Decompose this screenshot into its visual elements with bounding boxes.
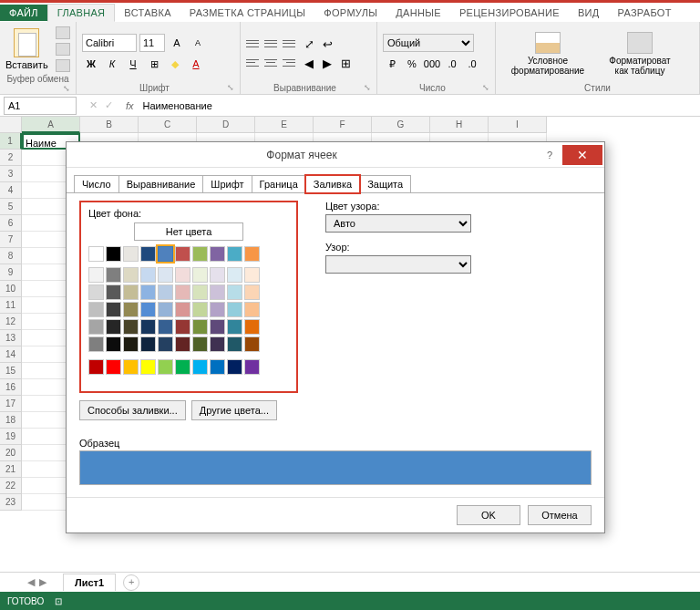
dialog-close-button[interactable]: ✕ (562, 145, 602, 165)
color-swatch[interactable] (158, 267, 173, 283)
color-swatch[interactable] (88, 302, 104, 317)
dialog-title-bar[interactable]: Формат ячеек ? ✕ (67, 142, 604, 168)
color-swatch[interactable] (192, 336, 208, 352)
color-swatch[interactable] (175, 246, 190, 262)
color-swatch[interactable] (88, 267, 104, 283)
color-swatch[interactable] (227, 319, 242, 335)
color-swatch[interactable] (244, 302, 260, 317)
color-swatch[interactable] (140, 359, 156, 375)
align-bottom-button[interactable] (283, 36, 299, 52)
color-swatch[interactable] (244, 284, 260, 300)
row-header[interactable]: 3 (0, 166, 22, 182)
color-swatch[interactable] (123, 284, 139, 300)
wrap-text-button[interactable]: ↩ (319, 36, 335, 52)
color-swatch[interactable] (123, 319, 139, 335)
cut-button[interactable] (56, 26, 70, 39)
color-swatch[interactable] (175, 284, 190, 300)
row-header[interactable]: 5 (0, 199, 22, 215)
align-top-button[interactable] (246, 36, 262, 52)
row-header[interactable]: 20 (0, 445, 22, 461)
tab-data[interactable]: ДАННЫЕ (386, 5, 450, 21)
color-swatch[interactable] (158, 302, 173, 317)
color-swatch[interactable] (244, 336, 260, 352)
color-swatch[interactable] (106, 267, 121, 283)
color-swatch[interactable] (158, 284, 173, 300)
row-header[interactable]: 8 (0, 248, 22, 264)
color-swatch[interactable] (192, 319, 208, 335)
ok-button[interactable]: OK (457, 505, 520, 525)
percent-button[interactable]: % (403, 55, 421, 73)
tab-insert[interactable]: ВСТАВКА (115, 5, 180, 21)
pattern-color-select[interactable]: Авто (325, 214, 471, 233)
color-swatch[interactable] (123, 359, 139, 375)
column-header[interactable]: H (430, 117, 489, 133)
row-header[interactable]: 18 (0, 412, 22, 429)
decrease-indent-button[interactable]: ◀ (301, 55, 317, 71)
color-swatch[interactable] (192, 284, 208, 300)
row-header[interactable]: 11 (0, 297, 22, 314)
color-swatch[interactable] (175, 267, 190, 283)
color-swatch[interactable] (227, 302, 242, 317)
color-swatch[interactable] (192, 246, 208, 262)
orientation-button[interactable]: ⤢ (301, 36, 317, 52)
row-header[interactable]: 6 (0, 215, 22, 232)
column-header[interactable]: D (197, 117, 255, 133)
color-swatch[interactable] (175, 359, 190, 375)
dialog-help-button[interactable]: ? (537, 150, 562, 160)
color-swatch[interactable] (210, 359, 225, 375)
row-header[interactable]: 10 (0, 281, 22, 297)
tab-file[interactable]: ФАЙЛ (0, 5, 47, 21)
color-swatch[interactable] (158, 359, 173, 375)
color-swatch[interactable] (227, 267, 242, 283)
color-swatch[interactable] (158, 319, 173, 335)
color-swatch[interactable] (210, 336, 225, 352)
copy-button[interactable] (56, 43, 70, 56)
align-left-button[interactable] (246, 55, 262, 71)
color-swatch[interactable] (88, 359, 104, 375)
color-swatch[interactable] (140, 336, 156, 352)
color-swatch[interactable] (106, 319, 121, 335)
row-header[interactable]: 17 (0, 396, 22, 412)
fill-effects-button[interactable]: Способы заливки... (79, 400, 186, 420)
color-swatch[interactable] (140, 246, 156, 262)
row-header[interactable]: 2 (0, 150, 22, 166)
color-swatch[interactable] (244, 319, 260, 335)
row-header[interactable]: 4 (0, 182, 22, 199)
color-swatch[interactable] (140, 284, 156, 300)
border-button[interactable]: ⊞ (145, 55, 163, 73)
no-color-button[interactable]: Нет цвета (134, 222, 243, 241)
color-swatch[interactable] (106, 359, 121, 375)
color-swatch[interactable] (140, 319, 156, 335)
tab-home[interactable]: ГЛАВНАЯ (47, 4, 116, 22)
color-swatch[interactable] (123, 267, 139, 283)
dialog-tab-number[interactable]: Число (74, 175, 119, 193)
decrease-font-button[interactable]: A (189, 34, 207, 52)
dialog-tab-protection[interactable]: Защита (359, 175, 411, 193)
name-box[interactable] (4, 97, 77, 115)
clipboard-launcher[interactable]: ⤡ (63, 84, 70, 93)
color-swatch[interactable] (88, 336, 104, 352)
color-swatch[interactable] (123, 302, 139, 317)
format-as-table-button[interactable]: Форматироват как таблицу (598, 32, 682, 76)
color-swatch[interactable] (88, 319, 104, 335)
sheet-nav-next-icon[interactable]: ▶ (39, 576, 46, 588)
macro-record-icon[interactable]: ⊡ (55, 596, 62, 606)
align-middle-button[interactable] (264, 36, 281, 52)
font-size-input[interactable] (139, 34, 165, 52)
merge-button[interactable]: ⊞ (337, 55, 354, 71)
font-launcher[interactable]: ⤡ (227, 83, 234, 92)
color-swatch[interactable] (175, 302, 190, 317)
dialog-tab-border[interactable]: Граница (252, 175, 306, 193)
paste-button[interactable]: Вставить (5, 28, 48, 70)
italic-button[interactable]: К (103, 55, 121, 73)
color-swatch[interactable] (210, 267, 225, 283)
dialog-tab-alignment[interactable]: Выравнивание (118, 175, 204, 193)
column-header[interactable]: E (255, 117, 314, 133)
row-header[interactable]: 14 (0, 346, 22, 363)
increase-indent-button[interactable]: ▶ (319, 55, 335, 71)
more-colors-button[interactable]: Другие цвета... (191, 400, 277, 420)
column-header[interactable]: I (489, 117, 547, 133)
column-header[interactable]: B (80, 117, 139, 133)
color-swatch[interactable] (244, 246, 260, 262)
column-header[interactable]: F (314, 117, 372, 133)
